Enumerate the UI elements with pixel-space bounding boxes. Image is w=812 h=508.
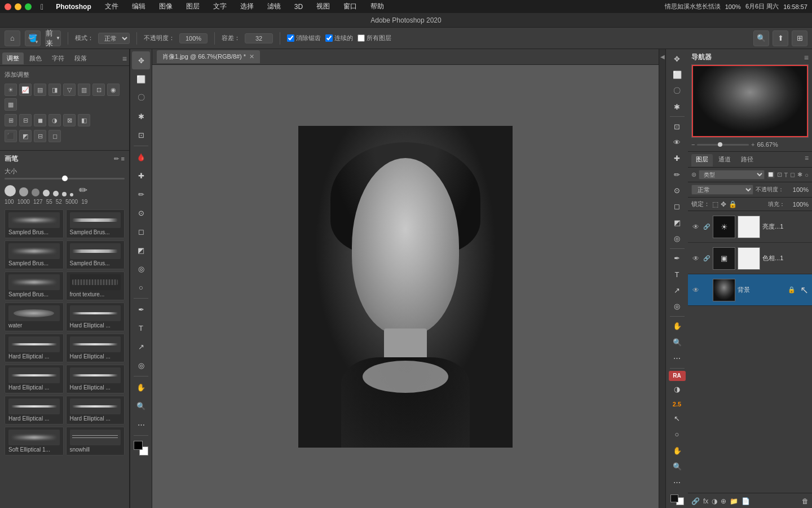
add-mask-button[interactable]: ◑ bbox=[712, 497, 717, 505]
rt-more-icon[interactable]: ⋯ bbox=[668, 475, 686, 490]
zoom-slider[interactable] bbox=[697, 144, 749, 146]
navigator-menu-button[interactable]: ≡ bbox=[804, 53, 809, 62]
menu-type[interactable]: 文字 bbox=[210, 2, 230, 11]
solid-color-icon[interactable]: ⬛ bbox=[5, 130, 17, 142]
tolerance-input[interactable] bbox=[245, 33, 273, 43]
magic-wand-tool[interactable]: ✱ bbox=[132, 107, 150, 125]
layer-visibility-toggle[interactable]: 👁 bbox=[691, 254, 700, 263]
lasso-tool[interactable]: 〇 bbox=[132, 89, 150, 107]
layer-item-brightness[interactable]: 👁 🔗 ☀ 亮度...1 bbox=[688, 211, 812, 243]
mode-preset-button[interactable]: 前来▼ bbox=[45, 30, 61, 46]
rt-move-icon[interactable]: ✥ bbox=[668, 51, 686, 66]
foreground-background-colors[interactable] bbox=[133, 440, 149, 457]
rt-gradient-icon[interactable]: ◩ bbox=[668, 215, 686, 230]
dodge-tool[interactable]: ○ bbox=[132, 278, 150, 296]
eyedropper-tool[interactable]: 🩸 bbox=[132, 148, 150, 166]
select-rect-tool[interactable]: ⬜ bbox=[132, 70, 150, 88]
document-tab[interactable]: 肖像1.jpg @ 66.7%(RGB/8#) * ✕ bbox=[157, 50, 260, 63]
layer-blend-mode-select[interactable]: 正常 bbox=[691, 185, 753, 195]
list-item[interactable]: Hard Elliptical ... bbox=[66, 303, 125, 331]
clone-tool[interactable]: ⊙ bbox=[132, 204, 150, 222]
rt-magnify-icon[interactable]: 🔍 bbox=[668, 459, 686, 474]
levels-adj-icon[interactable]: ▤ bbox=[34, 84, 46, 96]
gradient-map-icon[interactable]: ◼ bbox=[34, 114, 46, 126]
rt-hand-icon[interactable]: ✋ bbox=[668, 319, 686, 334]
layer-item-background[interactable]: 👁 背景 🔒 ↖ bbox=[688, 274, 812, 306]
rt-extra-icon[interactable]: ⋯ bbox=[668, 351, 686, 365]
channel-mixer-icon[interactable]: ▦ bbox=[5, 98, 17, 111]
bw-adj-icon[interactable]: ⊡ bbox=[92, 84, 105, 96]
menu-file[interactable]: 文件 bbox=[102, 2, 122, 11]
lock-position-icon[interactable]: ✥ bbox=[721, 200, 726, 208]
rt-arrow-icon[interactable]: ↖ bbox=[668, 411, 686, 426]
menu-window[interactable]: 窗口 bbox=[340, 2, 360, 11]
canvas-container[interactable] bbox=[152, 65, 659, 508]
gradient-fill-icon[interactable]: ◩ bbox=[19, 130, 32, 142]
adjustments-menu-button[interactable]: ≡ bbox=[122, 54, 127, 63]
layers-menu-button[interactable]: ≡ bbox=[805, 154, 809, 167]
menu-layer[interactable]: 图层 bbox=[183, 2, 203, 11]
list-item[interactable]: Hard Elliptical ... bbox=[5, 334, 64, 362]
layer-link-icon[interactable]: 🔗 bbox=[703, 223, 710, 231]
text-tool[interactable]: T bbox=[132, 319, 150, 337]
posterize-icon[interactable]: ⊠ bbox=[63, 114, 76, 126]
filter-adj-icon[interactable]: ⊡ bbox=[777, 171, 782, 178]
layer-visibility-toggle[interactable]: 👁 bbox=[691, 286, 700, 295]
invert-icon[interactable]: ◑ bbox=[48, 114, 61, 126]
rt-crop-icon[interactable]: ⊡ bbox=[668, 119, 686, 134]
rt-mask-icon[interactable]: ◑ bbox=[668, 382, 686, 397]
minimize-button[interactable] bbox=[15, 3, 21, 10]
tab-paths[interactable]: 路径 bbox=[736, 154, 758, 167]
layer-visibility-toggle[interactable]: 👁 bbox=[691, 222, 700, 231]
layer-link-icon[interactable]: 🔗 bbox=[703, 255, 710, 262]
heal-tool[interactable]: ✚ bbox=[132, 167, 150, 185]
rt-hand2-icon[interactable]: ✋ bbox=[668, 443, 686, 458]
share-button[interactable]: ⬆ bbox=[773, 30, 788, 46]
all-layers-checkbox[interactable]: 所有图层 bbox=[358, 34, 391, 42]
menu-photoshop[interactable]: Photoshop bbox=[52, 3, 95, 11]
brush-menu-button[interactable]: ≡ bbox=[121, 155, 125, 163]
ra-badge[interactable]: RA bbox=[669, 371, 686, 381]
list-item[interactable]: Sampled Brus... bbox=[66, 209, 125, 238]
zoom-in-icon[interactable]: + bbox=[751, 141, 754, 148]
menu-view[interactable]: 视图 bbox=[313, 2, 333, 11]
menu-help[interactable]: 帮助 bbox=[367, 2, 387, 11]
brush-edit-icon[interactable]: ✏ bbox=[79, 184, 87, 196]
brush-size-thumb[interactable] bbox=[62, 176, 68, 181]
smart-filter-icon[interactable]: ◻ bbox=[48, 130, 61, 142]
path-select-tool[interactable]: ↗ bbox=[132, 338, 150, 356]
panel-collapse-button[interactable]: ◀ bbox=[659, 49, 665, 508]
tab-paragraph[interactable]: 段落 bbox=[70, 52, 91, 64]
rt-shape-icon[interactable]: ◎ bbox=[668, 299, 686, 314]
add-adjustment-layer-button[interactable]: ⊕ bbox=[721, 497, 726, 505]
rt-heal-icon[interactable]: ✚ bbox=[668, 151, 686, 166]
exposure-adj-icon[interactable]: ◨ bbox=[48, 84, 61, 96]
add-layer-button[interactable]: 📄 bbox=[742, 497, 750, 505]
blend-mode-select[interactable]: 正常 bbox=[98, 33, 130, 44]
link-layers-button[interactable]: 🔗 bbox=[691, 497, 700, 505]
add-group-button[interactable]: 📁 bbox=[730, 497, 738, 505]
rt-wand-icon[interactable]: ✱ bbox=[668, 99, 686, 114]
list-item[interactable]: Sampled Brus... bbox=[66, 240, 125, 269]
rt-eye-icon[interactable]: 👁 bbox=[668, 135, 686, 150]
rt-paint-icon[interactable]: ✏ bbox=[668, 167, 686, 182]
search-button[interactable]: 🔍 bbox=[753, 30, 769, 46]
hand-tool[interactable]: ✋ bbox=[132, 378, 150, 396]
filter-shape-icon[interactable]: ◻ bbox=[790, 171, 795, 178]
zoom-tool[interactable]: 🔍 bbox=[132, 397, 150, 415]
brightness-adj-icon[interactable]: ☀ bbox=[5, 84, 17, 96]
pattern-fill-icon[interactable]: ⊟ bbox=[34, 130, 46, 142]
more-tools-button[interactable]: ⋯ bbox=[132, 415, 150, 433]
tab-layers[interactable]: 图层 bbox=[691, 154, 713, 167]
layer-filter-select[interactable]: 类型 bbox=[699, 170, 765, 179]
add-style-button[interactable]: fx bbox=[703, 497, 708, 505]
rt-clone-icon[interactable]: ⊙ bbox=[668, 183, 686, 198]
color-balance-icon[interactable]: ⊞ bbox=[5, 114, 17, 126]
threshold-icon[interactable]: ◧ bbox=[78, 114, 90, 126]
menu-filter[interactable]: 滤镜 bbox=[264, 2, 284, 11]
color-chips[interactable] bbox=[669, 493, 685, 506]
move-tool-button[interactable]: ✥ bbox=[132, 51, 150, 69]
brush-tool[interactable]: ✏ bbox=[132, 185, 150, 203]
lock-pixels-icon[interactable]: ⬚ bbox=[712, 200, 718, 208]
rt-lasso-icon[interactable]: 〇 bbox=[668, 84, 686, 98]
